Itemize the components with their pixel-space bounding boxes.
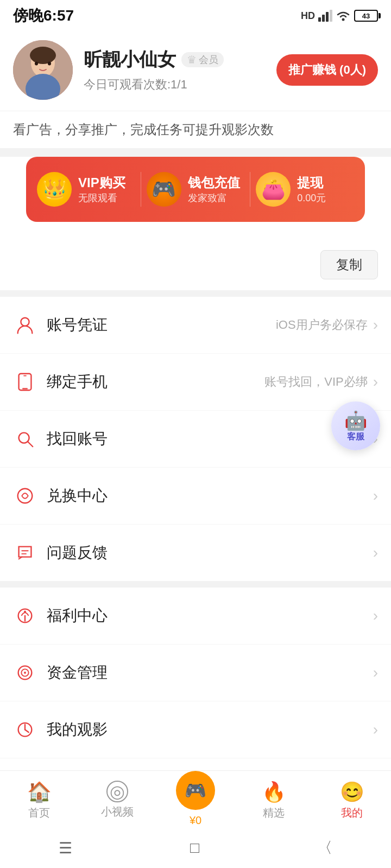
svg-point-9	[30, 47, 56, 64]
signal-bars-icon	[318, 10, 332, 22]
center-nav-icon: 🎮	[185, 780, 206, 801]
withdraw-item[interactable]: 👛 提现 0.00元	[250, 172, 360, 207]
videos-nav-label: 小视频	[101, 805, 134, 819]
redeem-label: 兑换中心	[47, 486, 368, 506]
vip-buy-item[interactable]: 👑 VIP购买 无限观看	[31, 172, 141, 207]
crown-icon: ♛	[187, 53, 197, 66]
profile-info: 昕靓小仙女 ♛ 会员 今日可观看次数:1/1	[84, 47, 224, 93]
nav-item-center[interactable]: 🎮 ¥0	[156, 777, 235, 827]
status-icons: HD 43	[301, 10, 378, 22]
vip-buy-icon: 👑	[37, 172, 72, 207]
profile-views: 今日可观看次数:1/1	[84, 76, 224, 93]
copy-button[interactable]: 复制	[320, 250, 378, 279]
phone-chevron: ›	[373, 373, 378, 391]
feedback-label: 问题反馈	[47, 542, 368, 563]
svg-point-4	[342, 18, 345, 21]
svg-point-18	[18, 489, 33, 503]
svg-rect-1	[322, 15, 325, 22]
vip-buy-subtitle: 无限观看	[78, 192, 125, 205]
profile-name-row: 昕靓小仙女 ♛ 会员	[84, 47, 224, 72]
phone-hint: 账号找回，VIP必绑	[264, 374, 367, 390]
status-time: 傍晚6:57	[13, 5, 74, 26]
profile-left: 昕靓小仙女 ♛ 会员 今日可观看次数:1/1	[13, 40, 224, 100]
center-nav-btn: 🎮	[176, 771, 215, 810]
home-nav-label: 首页	[28, 806, 50, 820]
avatar-image	[13, 40, 73, 100]
svg-point-11	[48, 62, 51, 66]
menu-item-account[interactable]: 账号凭证 iOS用户务必保存 ›	[0, 297, 391, 354]
withdraw-text: 提现 0.00元	[297, 174, 326, 205]
menu-item-history[interactable]: 我的观影 ›	[0, 701, 391, 758]
wallet-recharge-item[interactable]: 🎮 钱包充值 发家致富	[141, 172, 251, 207]
vip-buy-text: VIP购买 无限观看	[78, 174, 125, 205]
sys-menu-btn[interactable]: ☰	[42, 837, 89, 859]
account-label: 账号凭证	[47, 315, 276, 335]
recover-icon	[13, 427, 37, 451]
account-hint: iOS用户务必保存	[276, 317, 368, 333]
svg-rect-0	[318, 17, 321, 22]
nav-item-picks[interactable]: 🔥 精选	[235, 777, 313, 820]
customer-service-icon: 🤖	[344, 410, 367, 431]
sys-back-btn[interactable]: 〈	[301, 835, 349, 860]
member-label: 会员	[199, 53, 218, 66]
funds-chevron: ›	[373, 664, 378, 681]
redeem-icon	[13, 484, 37, 508]
welfare-icon	[13, 604, 37, 628]
sys-home-btn[interactable]: □	[174, 837, 216, 859]
mine-nav-label: 我的	[341, 806, 363, 820]
svg-rect-3	[330, 10, 332, 22]
wallet-recharge-subtitle: 发家致富	[188, 192, 240, 205]
svg-line-17	[28, 442, 33, 447]
svg-point-12	[21, 318, 29, 326]
info-text: 看广告，分享推广，完成任务可提升观影次数	[0, 111, 391, 148]
svg-rect-2	[326, 12, 329, 22]
bottom-area: 🏠 首页 ◎ 小视频 🎮 ¥0 🔥 精选 😊 我的 ☰ □ 〈	[0, 770, 391, 868]
funds-icon	[13, 661, 37, 685]
battery-icon: 43	[354, 10, 378, 22]
wifi-icon	[336, 10, 351, 22]
history-label: 我的观影	[47, 719, 368, 740]
menu-item-feedback[interactable]: 问题反馈 ›	[0, 525, 391, 581]
wallet-recharge-text: 钱包充值 发家致富	[188, 174, 240, 205]
withdraw-subtitle: 0.00元	[297, 192, 326, 205]
menu-item-phone[interactable]: 绑定手机 账号找回，VIP必绑 ›	[0, 354, 391, 411]
customer-service-button[interactable]: 🤖 客服	[331, 401, 380, 450]
welfare-label: 福利中心	[47, 605, 368, 626]
copy-card: 复制	[0, 239, 391, 290]
avatar	[13, 40, 73, 100]
wallet-recharge-title: 钱包充值	[188, 174, 240, 192]
status-bar: 傍晚6:57 HD 43	[0, 0, 391, 29]
feedback-icon	[13, 541, 37, 565]
home-nav-icon: 🏠	[27, 781, 52, 803]
vip-buy-title: VIP购买	[78, 174, 125, 192]
nav-item-videos[interactable]: ◎ 小视频	[78, 777, 156, 819]
menu-item-welfare[interactable]: 福利中心 ›	[0, 588, 391, 644]
history-chevron: ›	[373, 721, 378, 738]
account-chevron: ›	[373, 316, 378, 334]
picks-nav-icon: 🔥	[262, 781, 286, 803]
feedback-chevron: ›	[373, 544, 378, 561]
phone-icon	[13, 370, 37, 394]
customer-service-label: 客服	[347, 431, 364, 443]
menu-item-funds[interactable]: 资金管理 ›	[0, 644, 391, 701]
menu-item-redeem[interactable]: 兑换中心 ›	[0, 468, 391, 525]
withdraw-icon: 👛	[256, 172, 291, 207]
svg-point-10	[35, 62, 38, 66]
mine-nav-icon: 😊	[340, 781, 364, 803]
center-nav-label: ¥0	[190, 814, 201, 827]
phone-label: 绑定手机	[47, 372, 264, 392]
svg-line-29	[25, 730, 29, 732]
svg-point-23	[24, 611, 26, 613]
profile-header: 昕靓小仙女 ♛ 会员 今日可观看次数:1/1 推广赚钱 (0人)	[0, 29, 391, 111]
promo-button[interactable]: 推广赚钱 (0人)	[276, 54, 378, 86]
member-badge: ♛ 会员	[181, 52, 224, 67]
system-nav: ☰ □ 〈	[0, 830, 391, 868]
signal-hd-1: HD	[301, 10, 315, 22]
history-icon	[13, 718, 37, 742]
vip-banner: 👑 VIP购买 无限观看 🎮 钱包充值 发家致富 👛 提现 0.00元	[26, 157, 365, 222]
videos-nav-icon: ◎	[106, 781, 128, 802]
svg-point-26	[24, 672, 26, 674]
nav-item-home[interactable]: 🏠 首页	[0, 777, 78, 820]
nav-item-mine[interactable]: 😊 我的	[313, 777, 391, 820]
account-icon	[13, 313, 37, 337]
